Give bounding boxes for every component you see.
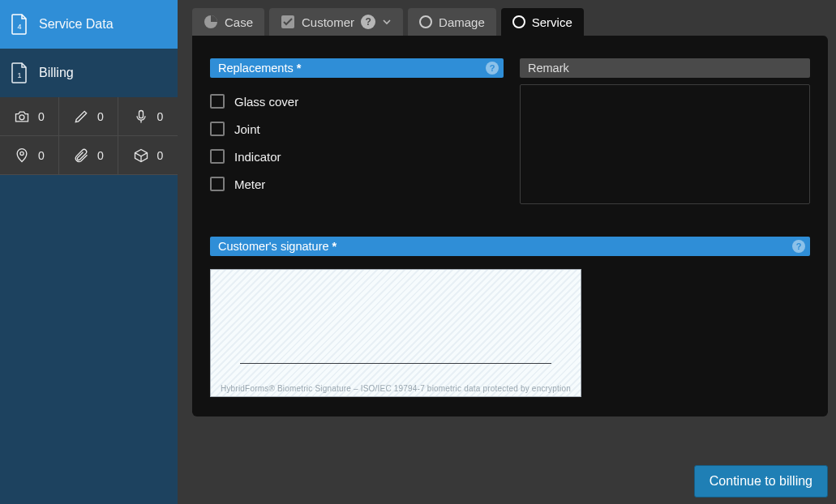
- tab-service[interactable]: Service: [501, 8, 584, 36]
- check-item-meter[interactable]: Meter: [210, 170, 504, 198]
- paperclip-icon: [73, 147, 89, 164]
- section-header-replacements: Replacements * ?: [210, 58, 504, 78]
- signature-footer: HybridForms® Biometric Signature – ISO/I…: [211, 384, 581, 393]
- check-label: Indicator: [234, 150, 281, 164]
- section-header-remark: Remark: [520, 58, 810, 78]
- sidebar-item-label: Billing: [39, 66, 74, 80]
- check-item-glass-cover[interactable]: Glass cover: [210, 88, 504, 115]
- required-marker: *: [297, 62, 302, 75]
- sidebar: 4 Service Data 1 Billing 0 0: [0, 0, 178, 504]
- svg-point-4: [20, 152, 24, 155]
- checkbox[interactable]: [210, 149, 225, 164]
- media-count: 0: [157, 110, 164, 123]
- media-cell-camera[interactable]: 0: [0, 97, 59, 136]
- help-icon[interactable]: ?: [486, 62, 499, 75]
- check-item-indicator[interactable]: Indicator: [210, 143, 504, 170]
- section-title: Customer's signature: [218, 240, 329, 253]
- continue-to-billing-button[interactable]: Continue to billing: [694, 465, 828, 498]
- media-count: 0: [157, 149, 164, 162]
- tab-label: Damage: [439, 15, 485, 29]
- tab-case[interactable]: Case: [192, 8, 264, 36]
- replacements-list: Glass cover Joint Indicator Meter: [210, 78, 504, 198]
- camera-icon: [14, 109, 30, 125]
- pencil-icon: [73, 109, 89, 125]
- check-item-joint[interactable]: Joint: [210, 115, 504, 143]
- check-label: Glass cover: [234, 95, 298, 109]
- tabs: Case Customer ? Damage Service: [192, 8, 828, 36]
- media-count: 0: [97, 149, 104, 162]
- checkbox[interactable]: [210, 177, 225, 191]
- media-cell-pencil[interactable]: 0: [59, 97, 118, 136]
- section-title: Replacements: [218, 62, 294, 75]
- document-icon: 1: [11, 62, 28, 83]
- document-icon: 4: [11, 14, 28, 35]
- checkbox[interactable]: [210, 122, 225, 136]
- tab-label: Case: [225, 15, 253, 29]
- media-count: 0: [38, 110, 45, 123]
- section-title: Remark: [528, 62, 569, 75]
- package-icon: [133, 147, 149, 164]
- signature-pad[interactable]: HybridForms® Biometric Signature – ISO/I…: [210, 269, 581, 397]
- media-count: 0: [38, 149, 45, 162]
- tab-label: Service: [532, 15, 572, 29]
- sidebar-item-billing[interactable]: 1 Billing: [0, 49, 178, 97]
- tab-customer[interactable]: Customer ?: [269, 8, 403, 36]
- help-icon[interactable]: ?: [361, 15, 375, 29]
- sidebar-item-label: Service Data: [39, 17, 114, 32]
- media-cell-mic[interactable]: 0: [118, 97, 178, 136]
- chevron-down-icon: [382, 17, 392, 27]
- help-icon[interactable]: ?: [792, 240, 805, 253]
- checkbox-checked-icon: [281, 15, 295, 29]
- signature-line: [240, 363, 551, 364]
- checkbox[interactable]: [210, 94, 225, 109]
- pie-icon: [204, 15, 218, 29]
- check-label: Joint: [234, 122, 260, 136]
- svg-text:1: 1: [17, 71, 21, 79]
- media-count: 0: [97, 110, 104, 123]
- media-cell-attach[interactable]: 0: [59, 136, 118, 175]
- circle-icon: [419, 15, 432, 28]
- check-label: Meter: [234, 177, 265, 191]
- location-icon: [14, 147, 30, 164]
- svg-text:4: 4: [17, 23, 21, 31]
- section-header-signature: Customer's signature * ?: [210, 237, 810, 256]
- remark-textarea[interactable]: [520, 84, 810, 204]
- sidebar-item-service-data[interactable]: 4 Service Data: [0, 0, 178, 49]
- mic-icon: [133, 109, 149, 125]
- svg-rect-3: [139, 110, 143, 117]
- svg-point-2: [19, 114, 24, 119]
- tab-label: Customer: [302, 15, 354, 29]
- media-cell-location[interactable]: 0: [0, 136, 59, 175]
- tab-damage[interactable]: Damage: [408, 8, 496, 36]
- media-cell-package[interactable]: 0: [118, 136, 178, 175]
- required-marker: *: [332, 240, 337, 253]
- panel-service: Replacements * ? Glass cover Joint: [192, 36, 828, 416]
- circle-icon: [512, 15, 525, 28]
- media-grid: 0 0 0 0 0 0: [0, 97, 178, 175]
- main: Case Customer ? Damage Service: [178, 0, 836, 504]
